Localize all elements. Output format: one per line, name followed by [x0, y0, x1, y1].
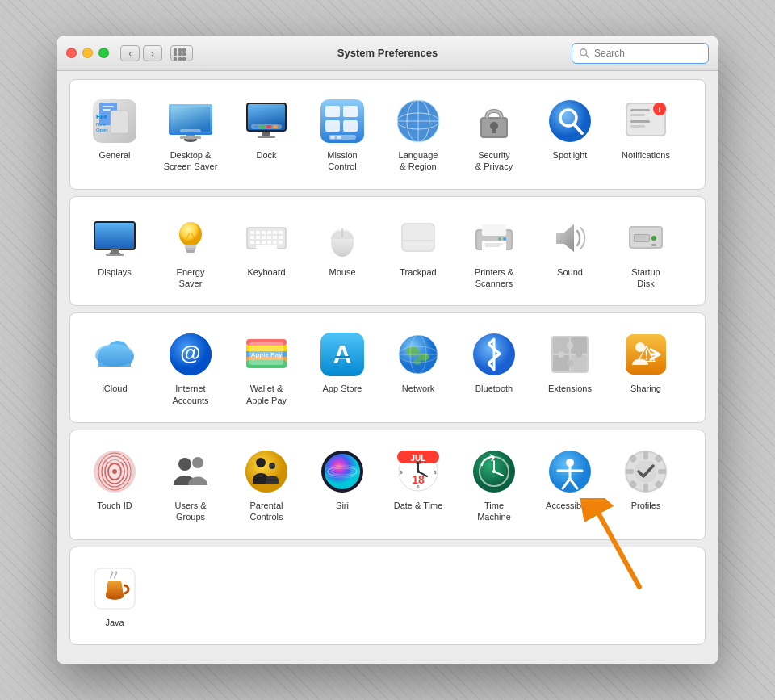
svg-point-50 — [560, 110, 576, 126]
system-preferences-window: ‹ › System Preferences — [57, 36, 718, 664]
other-grid: Java — [78, 559, 697, 633]
svg-rect-24 — [273, 125, 278, 128]
pref-mission[interactable]: MissionControl — [306, 91, 379, 178]
pref-general[interactable]: File New Open General — [78, 91, 151, 178]
svg-rect-91 — [279, 241, 283, 244]
svg-rect-69 — [186, 250, 195, 253]
pref-siri[interactable]: Siri — [306, 442, 379, 528]
svg-rect-80 — [250, 236, 254, 239]
svg-text:New: New — [96, 122, 107, 127]
svg-rect-5 — [103, 109, 111, 111]
pref-security[interactable]: Security& Privacy — [458, 91, 530, 178]
pref-datetime[interactable]: JUL 12 3 6 9 18 — [382, 442, 455, 528]
pref-bluetooth[interactable]: Bluetooth — [458, 325, 530, 411]
pref-extensions[interactable]: Extensions — [534, 325, 606, 411]
svg-rect-63 — [106, 254, 124, 256]
forward-button[interactable]: › — [143, 45, 162, 61]
svg-point-191 — [492, 470, 496, 473]
svg-point-167 — [245, 451, 287, 493]
pref-mouse[interactable]: Mouse — [306, 208, 379, 295]
accessibility-label: Accessibility — [546, 500, 594, 511]
back-button[interactable]: ‹ — [120, 45, 140, 61]
svg-text:Apple Pay: Apple Pay — [251, 351, 283, 358]
svg-rect-77 — [267, 231, 271, 234]
pref-timemachine[interactable]: TimeMachine — [458, 442, 530, 528]
close-button[interactable] — [66, 48, 77, 58]
general-icon: File New Open — [91, 98, 138, 145]
pref-internet-accounts[interactable]: @ InternetAccounts — [154, 325, 227, 411]
parental-label: ParentalControls — [250, 500, 283, 523]
pref-network[interactable]: Network — [382, 325, 455, 411]
svg-rect-4 — [103, 106, 114, 107]
svg-rect-97 — [403, 224, 434, 250]
pref-parental[interactable]: ParentalControls — [230, 442, 303, 528]
svg-rect-203 — [658, 469, 666, 474]
svg-point-147 — [567, 342, 573, 349]
pref-icloud[interactable]: iCloud — [78, 325, 151, 411]
svg-rect-53 — [630, 109, 650, 111]
pref-spotlight[interactable]: Spotlight — [534, 91, 606, 178]
section-hardware: Displays — [69, 196, 706, 307]
extensions-label: Extensions — [548, 383, 592, 394]
grid-button[interactable] — [170, 45, 193, 61]
spotlight-label: Spotlight — [553, 149, 588, 161]
search-box[interactable] — [572, 43, 709, 64]
section-personal: File New Open General — [69, 79, 706, 190]
svg-rect-200 — [643, 451, 648, 459]
section-system: Touch ID Users &Groups — [69, 430, 706, 540]
svg-text:18: 18 — [412, 473, 425, 486]
svg-rect-79 — [279, 231, 283, 234]
wallet-label: Wallet &Apple Pay — [246, 383, 287, 406]
pref-keyboard[interactable]: Keyboard — [230, 208, 303, 295]
displays-label: Displays — [98, 266, 132, 278]
network-icon — [395, 331, 442, 378]
pref-notifications[interactable]: ! Notifications — [610, 91, 682, 178]
pref-energy[interactable]: EnergySaver — [154, 208, 227, 295]
pref-profiles[interactable]: Profiles — [610, 442, 682, 528]
pref-wallet[interactable]: Apple Pay Wallet &Apple Pay — [230, 325, 303, 411]
svg-point-171 — [325, 454, 360, 489]
svg-rect-78 — [273, 231, 277, 234]
pref-sound[interactable]: Sound — [534, 208, 606, 295]
svg-line-1 — [586, 54, 589, 57]
pref-users[interactable]: Users &Groups — [154, 442, 227, 528]
svg-point-111 — [651, 236, 656, 241]
svg-rect-9 — [111, 111, 128, 133]
personal-grid: File New Open General — [78, 91, 697, 178]
pref-desktop[interactable]: Desktop &Screen Saver — [154, 91, 227, 178]
pref-java[interactable]: Java — [78, 559, 151, 633]
pref-trackpad[interactable]: Trackpad — [382, 208, 455, 295]
keyboard-label: Keyboard — [247, 266, 285, 278]
maximize-button[interactable] — [98, 48, 109, 58]
svg-rect-29 — [343, 106, 358, 117]
pref-printers[interactable]: Printers &Scanners — [458, 208, 530, 295]
svg-rect-17 — [180, 129, 201, 132]
minimize-button[interactable] — [82, 48, 93, 58]
pref-accessibility[interactable]: Accessibility — [534, 442, 606, 528]
svg-rect-110 — [635, 235, 649, 241]
pref-appstore[interactable]: A App Store — [306, 325, 379, 411]
energy-label: EnergySaver — [177, 266, 205, 290]
bluetooth-label: Bluetooth — [475, 383, 513, 394]
mouse-label: Mouse — [329, 266, 355, 278]
pref-dock[interactable]: Dock — [230, 91, 303, 178]
svg-rect-30 — [325, 120, 340, 132]
mission-icon — [319, 98, 366, 145]
general-label: General — [98, 149, 130, 161]
search-input[interactable] — [594, 48, 702, 59]
energy-icon — [167, 215, 214, 262]
titlebar: ‹ › System Preferences — [57, 36, 718, 71]
svg-rect-201 — [643, 484, 648, 492]
svg-point-106 — [498, 237, 501, 241]
window-title: System Preferences — [337, 47, 438, 59]
pref-touchid[interactable]: Touch ID — [78, 442, 151, 528]
svg-rect-56 — [630, 125, 645, 128]
pref-sharing[interactable]: ⚠ Sharing — [610, 325, 682, 411]
pref-displays[interactable]: Displays — [78, 208, 151, 295]
internet-accounts-icon: @ — [167, 331, 214, 378]
timemachine-icon — [471, 448, 517, 495]
pref-startup[interactable]: StartupDisk — [610, 208, 682, 295]
svg-rect-75 — [256, 231, 260, 234]
pref-language[interactable]: Language& Region — [382, 91, 455, 178]
desktop-icon — [167, 98, 214, 145]
